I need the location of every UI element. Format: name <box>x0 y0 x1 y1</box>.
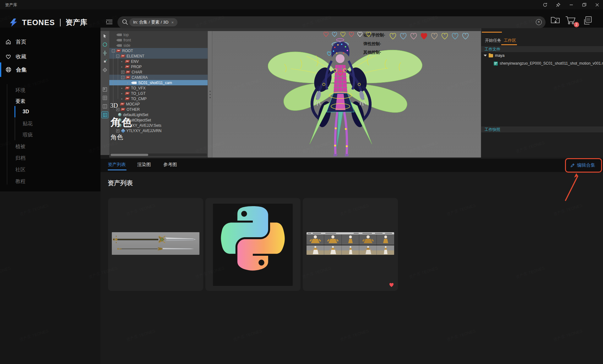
scrollbar-handle[interactable] <box>111 154 148 156</box>
subnav-environment[interactable]: 环境 <box>15 87 25 94</box>
search-filter-tag[interactable]: In: 合集 / 要素 / 3D × <box>129 18 177 26</box>
outliner-row[interactable]: side <box>109 43 208 48</box>
refresh-icon[interactable] <box>540 1 550 8</box>
transform-icon <box>126 71 131 73</box>
layout-single-icon[interactable] <box>101 86 108 93</box>
outliner-row[interactable]: +OTHER <box>109 107 208 112</box>
node-label: CAMERA <box>132 75 148 80</box>
asset-card-turnaround[interactable] <box>303 198 398 291</box>
layout-split-icon[interactable] <box>101 103 108 110</box>
tab-workspace[interactable]: 工作区 <box>504 38 516 43</box>
cart-badge: 2 <box>574 22 579 27</box>
tag-close-icon[interactable]: × <box>171 20 174 25</box>
folder-row-maya[interactable]: maya <box>484 53 505 58</box>
windows-layout-icon[interactable] <box>582 15 594 28</box>
outliner-panel-icon[interactable] <box>101 111 108 118</box>
node-label: OTHER <box>127 107 140 112</box>
chevron-down-icon[interactable] <box>484 55 487 56</box>
outliner-row[interactable]: -ELEMENT <box>109 53 208 59</box>
outliner-row[interactable]: PROP <box>109 64 208 69</box>
layout-four-icon[interactable] <box>101 94 108 101</box>
nav-favorites[interactable]: 收藏 <box>0 50 100 63</box>
heart-icon <box>5 54 11 60</box>
search-tag-label: In: 合集 / 要素 / 3D <box>133 19 169 25</box>
select-tool-icon[interactable] <box>101 33 108 40</box>
expander-icon[interactable]: - <box>116 55 119 58</box>
tab-asset-list[interactable]: 资产列表 <box>108 162 126 168</box>
outliner-row[interactable]: MOCAP <box>109 101 208 107</box>
clear-search-icon[interactable]: × <box>536 19 542 25</box>
file-label: shenyinwangzuo_EP000_SC01_shot011_shot_m… <box>500 61 603 66</box>
outliner-row[interactable]: TO_LGT <box>109 91 208 96</box>
maya-outliner-panel: top front side -ROOT -ELEMENT ENV PROP +… <box>109 31 208 158</box>
nav-label: 合集 <box>16 66 27 73</box>
outliner-row[interactable]: +CHAR <box>109 69 208 75</box>
control-hearts-row <box>389 32 470 40</box>
collapse-sidebar-icon[interactable] <box>106 19 113 25</box>
expander-icon[interactable]: + <box>121 71 124 74</box>
outliner-row[interactable]: TO_CMP <box>109 96 208 101</box>
maya-file-row[interactable]: shenyinwangzuo_EP000_SC01_shot011_shot_m… <box>494 61 603 66</box>
outliner-row-selected[interactable]: SC01_shot011_cam <box>109 80 208 85</box>
asset-card-python[interactable] <box>205 198 301 291</box>
workspace-panel: 开始任务 工作区 工作文件 maya shenyinwangzuo_EP000_… <box>481 28 603 158</box>
brand-separator <box>60 19 61 26</box>
expander-icon[interactable]: - <box>112 49 115 52</box>
subnav-decal[interactable]: 贴花 <box>23 120 33 127</box>
outliner-row[interactable]: -CAMERA <box>109 75 208 80</box>
move-tool-icon[interactable] <box>101 50 108 56</box>
node-label: ROOT <box>122 49 133 53</box>
snap-tool-icon[interactable] <box>101 67 108 73</box>
subnav-vegetation[interactable]: 植被 <box>15 143 25 150</box>
transform-icon <box>116 49 121 52</box>
edit-collection-button[interactable]: 编辑合集 <box>570 162 595 168</box>
transform-icon <box>125 87 130 89</box>
node-label: MOCAP <box>126 102 140 106</box>
subnav-community[interactable]: 社区 <box>15 167 25 173</box>
subnav-defect[interactable]: 瑕疵 <box>23 132 33 138</box>
pin-icon[interactable] <box>553 1 563 8</box>
control-hearts-row <box>323 31 372 37</box>
search-bar[interactable]: In: 合集 / 要素 / 3D × × <box>117 16 546 28</box>
divider-grip <box>209 97 211 98</box>
overlay-label-role-big: 角色 <box>111 115 133 130</box>
subnav-archive[interactable]: 归档 <box>15 155 25 162</box>
subnav-elements[interactable]: 要素 <box>15 98 25 105</box>
minimize-icon[interactable] <box>566 1 577 8</box>
favorite-heart-icon[interactable] <box>388 282 394 289</box>
panel-divider[interactable] <box>208 31 212 158</box>
titlebar: 资产库 <box>0 0 603 9</box>
maximize-icon[interactable] <box>579 1 589 8</box>
outliner-row[interactable]: TO_VFX <box>109 85 208 91</box>
transform-icon <box>125 92 130 95</box>
close-icon[interactable] <box>592 1 602 8</box>
outliner-row[interactable]: top <box>109 32 208 37</box>
node-label: ELEMENT <box>127 54 144 58</box>
outliner-row[interactable]: ENV <box>109 59 208 64</box>
scale-tool-icon[interactable] <box>101 58 108 65</box>
outliner-horizontal-scrollbar[interactable] <box>110 153 207 156</box>
maya-viewport[interactable]: 动力学控制- 弹性控制- 其他控制- <box>212 31 481 158</box>
outliner-row[interactable]: -ROOT <box>109 48 208 53</box>
rotate-tool-icon[interactable] <box>101 41 108 48</box>
nav-home[interactable]: 首页 <box>0 35 100 49</box>
outliner-row[interactable]: front <box>109 37 208 43</box>
tab-reference-image[interactable]: 参考图 <box>163 162 177 168</box>
subnav-3d[interactable]: 3D <box>23 109 29 115</box>
tab-render-image[interactable]: 渲染图 <box>137 162 151 168</box>
node-label: TO_VFX <box>131 86 145 90</box>
window-title: 资产库 <box>5 2 17 8</box>
transform-icon <box>125 60 130 63</box>
expander-icon[interactable]: + <box>116 129 119 132</box>
node-label: side <box>123 43 130 48</box>
asset-card-sword[interactable] <box>108 198 203 291</box>
brand: TEONES 资产库 <box>9 18 87 27</box>
expander-icon[interactable]: - <box>121 76 124 79</box>
nav-collections[interactable]: 合集 <box>0 63 100 77</box>
import-folder-icon[interactable] <box>550 15 561 26</box>
leaf-dot <box>121 65 125 69</box>
subnav-tutorials[interactable]: 教程 <box>15 178 25 185</box>
leaf-dot <box>121 86 125 90</box>
tab-start-task[interactable]: 开始任务 <box>485 38 501 43</box>
viewport-label-other: 其他控制- <box>363 50 381 55</box>
